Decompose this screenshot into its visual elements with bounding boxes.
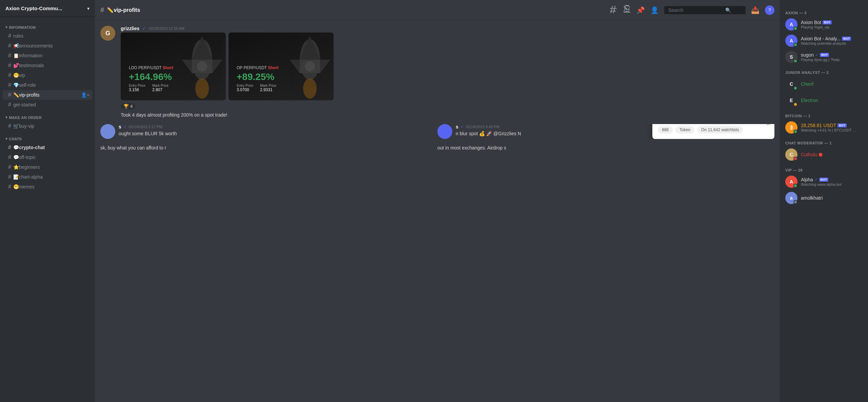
- member-name: Cuthulu: [801, 152, 817, 157]
- reaction-trophy[interactable]: 🏆 4: [121, 103, 135, 109]
- section-chats[interactable]: ▾ CHATS: [0, 131, 95, 142]
- pin-icon[interactable]: 📌: [636, 6, 645, 14]
- member-cherif[interactable]: C Cherif: [783, 76, 865, 92]
- member-alpha[interactable]: A Alpha ✓ BOT Watching www.alpha.bot: [783, 174, 865, 190]
- popup-tag-number[interactable]: 888: [658, 126, 673, 134]
- channel-hash-icon: #: [100, 6, 104, 14]
- channel-item[interactable]: # 💬off-topic: [3, 153, 92, 162]
- channel-list: ▾ INFORMATION # rules # 📢announcements #…: [0, 17, 95, 402]
- partial-author-right: s: [456, 124, 458, 129]
- member-axion-bot-analy[interactable]: A Axion Bot - Analy... BOT Watching pote…: [783, 33, 865, 49]
- partial-author-left: s: [119, 124, 121, 129]
- channel-item[interactable]: # 📋information: [3, 51, 92, 60]
- member-sugon[interactable]: S sugon ✓ BOT Playing dyno.gg | ?help: [783, 49, 865, 65]
- verified-icon: ✓: [460, 124, 464, 129]
- channel-item[interactable]: # get-started: [3, 100, 92, 109]
- channel-item[interactable]: # 🛒buy-vip: [3, 121, 92, 131]
- verified-icon: ✓: [815, 53, 818, 57]
- trade-direction-2: Short: [268, 65, 278, 70]
- reaction-count: 4: [130, 104, 133, 109]
- channel-item-vip-profits[interactable]: # ✏️vip-profits 👤+: [3, 90, 92, 100]
- server-header[interactable]: Axion Crypto-Commu... ▾: [0, 0, 95, 17]
- avatar: C: [785, 148, 797, 161]
- channel-item[interactable]: # ⭐beginners: [3, 162, 92, 172]
- member-status: Watching www.alpha.bot: [801, 182, 842, 186]
- member-cuthulu[interactable]: C Cuthulu 🔴: [783, 146, 865, 163]
- bottom-partial-row: sk, buy what you can afford to r out in …: [100, 144, 774, 152]
- members-section-vip: VIP — 28: [783, 163, 865, 174]
- trade-percent-1: +164.96%: [129, 72, 218, 82]
- partial-message-right: s ✓ 02/18/2023 9:40 PM n blur spot 💰 🚀 @…: [437, 124, 774, 139]
- partial-text-left: ought some BLUR 5k worth: [119, 131, 177, 136]
- add-member-icon[interactable]: 👤+: [81, 92, 90, 98]
- trade-card-2: OP PERP/USDT Short +89.25% Entry Price 3…: [229, 33, 334, 100]
- avatar: A: [785, 18, 797, 31]
- bell-slash-icon[interactable]: [623, 5, 631, 15]
- popup-tag-token[interactable]: Token: [675, 126, 694, 134]
- channel-item[interactable]: # 😁memes: [3, 182, 92, 192]
- avatar: C: [785, 78, 797, 90]
- avatar: S: [785, 51, 797, 63]
- channel-item[interactable]: # 💕testimonials: [3, 61, 92, 70]
- message-author: grizzlies: [121, 26, 139, 31]
- topbar: # ✏️vip-profits 📌 👤 🔍 📥 ?: [95, 0, 780, 20]
- avatar: ₿: [785, 121, 797, 134]
- channel-item[interactable]: # 📢announcements: [3, 41, 92, 51]
- members-icon[interactable]: 👤: [650, 6, 659, 14]
- trade-card-1: LDO PERP/USDT Short +164.96% Entry Price…: [121, 33, 226, 100]
- channel-item[interactable]: # 📝chart-alpha: [3, 172, 92, 182]
- message-header: grizzlies ✓ 02/28/2023 12:26 AM: [121, 26, 774, 31]
- bot-badge: BOT: [820, 53, 829, 57]
- member-name: Electron: [801, 98, 818, 103]
- member-amolkhatri[interactable]: a amolkhatri: [783, 190, 865, 206]
- trade-entry-1: 3.156: [129, 87, 145, 92]
- channel-item[interactable]: # rules: [3, 31, 92, 41]
- trade-pair-2: OP PERP/USDT: [237, 65, 268, 70]
- member-electron[interactable]: E Electron: [783, 92, 865, 108]
- member-status: Playing %get_vip: [801, 25, 832, 29]
- status-dot: [793, 200, 797, 204]
- bot-badge: BOT: [842, 37, 851, 41]
- partial-message-left: s ✓ 02/14/2023 2:17 PM ought some BLUR 5…: [100, 124, 437, 139]
- inbox-icon[interactable]: 📥: [751, 6, 760, 14]
- avatar: G: [100, 26, 115, 41]
- members-section-chat-moderator: CHAT MODERATOR — 1: [783, 136, 865, 146]
- channel-item[interactable]: # 😁vip: [3, 71, 92, 80]
- member-name: 28,258.81 USDT: [801, 123, 836, 128]
- trade-entry-2: 3.0700: [237, 87, 253, 92]
- member-bitcoin-bot[interactable]: ₿ 28,258.81 USDT BOT Watching +4.61 % | …: [783, 119, 865, 136]
- bot-badge: BOT: [837, 123, 847, 127]
- popup-tag-watchlists[interactable]: On 11,642 watchlists: [697, 126, 743, 134]
- partial-messages-row: s ✓ 02/14/2023 2:17 PM ought some BLUR 5…: [100, 124, 774, 139]
- bottom-partial-right: out in most exchanges. Airdrop s: [437, 144, 774, 152]
- main-content: # ✏️vip-profits 📌 👤 🔍 📥 ?: [95, 0, 780, 402]
- search-input[interactable]: [668, 7, 723, 13]
- trade-mark-1: 2.807: [152, 87, 169, 92]
- status-dot: [793, 129, 797, 134]
- hash-icon[interactable]: [609, 5, 617, 15]
- verified-icon: ✓: [814, 177, 818, 182]
- channel-item-crypto-chat[interactable]: # 💬crypto-chat: [3, 143, 92, 152]
- channel-title: # ✏️vip-profits: [100, 6, 140, 14]
- status-dot: [793, 157, 797, 161]
- trade-pair-1: LDO PERP/USDT: [129, 65, 163, 70]
- status-dot: [793, 26, 797, 31]
- topbar-icons: 📌 👤 🔍 📥 ?: [609, 5, 774, 15]
- reaction-emoji: 🏆: [123, 104, 129, 109]
- status-dot: [793, 59, 797, 63]
- bottom-partial-left: sk, buy what you can afford to r: [100, 144, 437, 152]
- section-information[interactable]: ▾ INFORMATION: [0, 20, 95, 31]
- svg-text:G: G: [105, 30, 110, 37]
- channel-sidebar: Axion Crypto-Commu... ▾ ▾ INFORMATION # …: [0, 0, 95, 402]
- bot-badge: BOT: [823, 20, 832, 24]
- search-bar[interactable]: 🔍: [664, 6, 746, 14]
- trade-mark-2: 2.9331: [260, 87, 276, 92]
- section-make-an-order[interactable]: ▾ MAKE AN ORDER: [0, 110, 95, 121]
- avatar: A: [785, 176, 797, 188]
- member-name: sugon: [801, 52, 814, 58]
- popup-close-button[interactable]: ✕: [766, 124, 770, 127]
- help-icon[interactable]: ?: [765, 5, 774, 15]
- member-axion-bot[interactable]: A Axion Bot BOT Playing %get_vip: [783, 16, 865, 33]
- channel-item[interactable]: # 💎self-role: [3, 80, 92, 90]
- partial-timestamp-left: 02/14/2023 2:17 PM: [129, 125, 162, 129]
